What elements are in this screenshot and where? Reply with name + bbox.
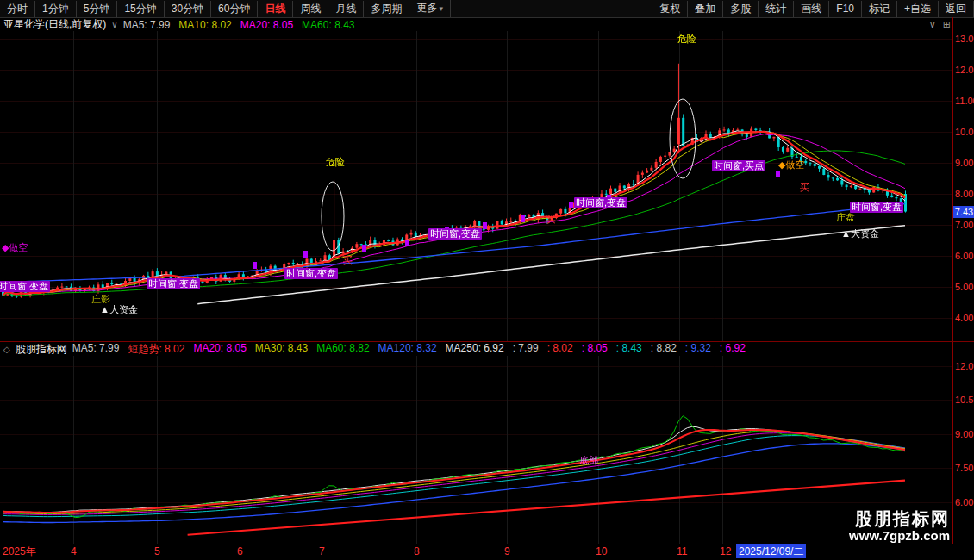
indicator-value: MA60: 8.82 — [316, 342, 369, 357]
chart-annotation: ◆做空 — [2, 242, 28, 253]
last-price-tag: 7.43 — [953, 206, 974, 218]
period-item-15分钟[interactable]: 15分钟 — [117, 1, 164, 17]
chart-annotation: ◆做空 — [778, 159, 804, 171]
indicator-price-label: 6.00 — [955, 497, 973, 507]
indicator-value: : 7.99 — [513, 342, 539, 357]
main-ma-values: MA5: 7.99MA10: 8.02MA20: 8.05MA60: 8.43 — [123, 19, 355, 31]
chart-annotation: 买 — [343, 255, 353, 266]
indicator-value: : 8.43 — [616, 342, 642, 357]
indicator-value: MA30: 8.43 — [255, 342, 308, 357]
main-chart-header: 亚星化学(日线,前复权) ∨ MA5: 7.99MA10: 8.02MA20: … — [0, 18, 956, 31]
price-label: 13.00 — [955, 34, 974, 44]
year-label: 2025年 — [3, 544, 36, 558]
chart-annotation: 时间窗,买点 — [712, 160, 765, 171]
chart-annotation: ▲大资金 — [100, 304, 138, 315]
ma-value: MA5: 7.99 — [123, 19, 171, 31]
tool-item-叠加[interactable]: 叠加 — [688, 1, 723, 17]
indicator-icon[interactable]: ◇ — [3, 345, 10, 354]
ma-value: MA10: 8.02 — [178, 19, 231, 31]
chart-annotation: 时间窗,变盘 — [147, 278, 200, 289]
indicator-chart: 底部 — [0, 356, 952, 544]
period-item-分时[interactable]: 分时 — [0, 1, 35, 17]
tool-item-F10[interactable]: F10 — [829, 1, 862, 17]
indicator-value: MA20: 8.05 — [193, 342, 246, 357]
period-item-月线[interactable]: 月线 — [328, 1, 364, 17]
indicator-price-label: 9.00 — [955, 429, 973, 439]
tool-item-多股[interactable]: 多股 — [723, 1, 759, 17]
period-item-更多[interactable]: 更多▾ — [409, 0, 451, 17]
price-label: 8.00 — [955, 189, 973, 199]
chevron-down-icon[interactable]: ∨ — [111, 20, 117, 29]
candlestick-canvas[interactable] — [0, 31, 952, 341]
main-candlestick-chart: ◆做空时间窗,变盘庄影▲大资金时间窗,变盘时间窗,变盘危险买时间窗,变盘买时间窗… — [0, 31, 952, 341]
month-label: 6 — [237, 544, 243, 558]
site-watermark: 股朋指标网 www.7gpzb.com — [849, 509, 950, 544]
chart-annotation: 买 — [546, 214, 556, 225]
price-label: 11.00 — [955, 96, 974, 106]
indicator-value: MA5: 7.99 — [72, 342, 120, 357]
tool-item-复权[interactable]: 复权 — [652, 1, 688, 17]
indicator-value: MA250: 6.92 — [446, 342, 504, 357]
chart-annotation: 时间窗,变盘 — [0, 281, 50, 292]
period-item-60分钟[interactable]: 60分钟 — [211, 1, 258, 17]
month-label: 9 — [504, 544, 510, 558]
tool-item-统计[interactable]: 统计 — [759, 1, 794, 17]
price-label: 4.00 — [955, 313, 973, 323]
indicator-price-label: 12.00 — [955, 361, 974, 371]
grid-layout-icon[interactable]: ⊞ — [943, 19, 951, 30]
tools-toolbar: 复权叠加多股统计画线F10标记+自选返回 — [652, 0, 974, 17]
price-label: 9.00 — [955, 158, 973, 168]
chart-annotation: 危险 — [326, 157, 345, 168]
month-label: 12 — [720, 544, 731, 558]
period-item-多周期[interactable]: 多周期 — [364, 1, 409, 17]
indicator-value: : 9.32 — [685, 342, 711, 357]
indicator-value: : 8.82 — [651, 342, 677, 357]
chart-annotation: 买 — [800, 182, 809, 193]
current-date-label: 2025/12/09/二 — [736, 544, 806, 558]
tool-item-标记[interactable]: 标记 — [862, 1, 897, 17]
chart-annotation: 底部 — [579, 455, 598, 466]
month-label: 7 — [319, 544, 325, 558]
more-caret-icon: ▾ — [439, 4, 443, 13]
tool-item-返回[interactable]: 返回 — [939, 1, 974, 17]
indicator-canvas[interactable] — [0, 356, 952, 544]
price-label: 12.00 — [955, 65, 974, 75]
indicator-value: MA120: 8.32 — [378, 342, 437, 357]
period-toolbar: 分时1分钟5分钟15分钟30分钟60分钟日线周线月线多周期更多▾ — [0, 0, 451, 17]
chart-annotation: 时间窗,变盘 — [850, 202, 903, 213]
chart-annotation: 时间窗,变盘 — [574, 197, 627, 208]
period-item-5分钟[interactable]: 5分钟 — [77, 1, 118, 17]
month-label: 5 — [154, 544, 160, 558]
chart-annotation: 危险 — [677, 34, 696, 45]
chart-annotation: 时间窗,变盘 — [428, 228, 482, 240]
tool-item-画线[interactable]: 画线 — [794, 1, 829, 17]
indicator-values: MA5: 7.99短趋势: 8.02MA20: 8.05MA30: 8.43MA… — [72, 342, 746, 357]
ma-value: MA20: 8.05 — [240, 19, 293, 31]
time-axis: 2025年 456789101112 2025/12/09/二 — [0, 544, 974, 560]
period-item-1分钟[interactable]: 1分钟 — [35, 1, 77, 17]
watermark-url: www.7gpzb.com — [849, 528, 950, 544]
month-label: 11 — [677, 544, 687, 558]
tool-item-+自选[interactable]: +自选 — [897, 1, 939, 17]
indicator-header: ◇ 股朋指标网 MA5: 7.99短趋势: 8.02MA20: 8.05MA30… — [0, 343, 956, 356]
indicator-price-label: 7.50 — [955, 463, 973, 473]
stock-title: 亚星化学(日线,前复权) — [3, 17, 106, 32]
price-label: 10.00 — [955, 127, 974, 137]
indicator-value: 短趋势: 8.02 — [128, 342, 184, 357]
chart-annotation: 庄盘 — [836, 212, 855, 223]
month-label: 8 — [414, 544, 420, 558]
indicator-price-label: 10.50 — [955, 395, 974, 405]
price-axis: 13.0012.0011.0010.009.008.007.006.005.00… — [952, 17, 974, 544]
chart-annotation: 时间窗,变盘 — [284, 268, 338, 279]
period-item-日线[interactable]: 日线 — [258, 1, 293, 17]
price-label: 7.00 — [955, 220, 973, 230]
period-item-30分钟[interactable]: 30分钟 — [165, 1, 211, 17]
stock-app-window: 分时1分钟5分钟15分钟30分钟60分钟日线周线月线多周期更多▾ 复权叠加多股统… — [0, 0, 974, 560]
collapse-icon[interactable]: ∨ — [929, 19, 936, 30]
indicator-name: 股朋指标网 — [16, 342, 67, 357]
panel-divider — [0, 341, 974, 342]
watermark-title: 股朋指标网 — [849, 509, 950, 528]
period-item-周线[interactable]: 周线 — [293, 1, 328, 17]
month-label: 10 — [596, 544, 607, 558]
price-label: 5.00 — [955, 282, 973, 292]
